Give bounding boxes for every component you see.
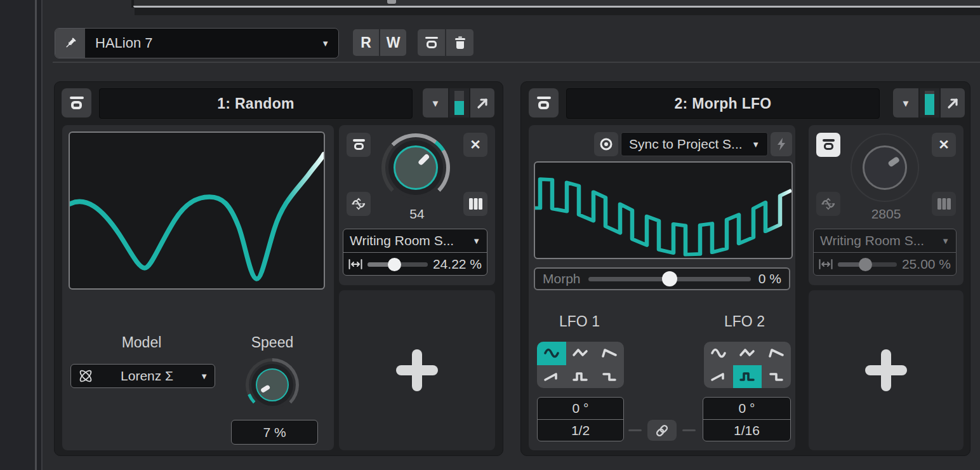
slot1-title-box: 1: Random <box>99 88 413 119</box>
lfo2-shape-pulse[interactable] <box>733 365 762 389</box>
sync-dropdown[interactable]: Sync to Project S... ▼ <box>621 132 768 156</box>
lfo2-shape-step[interactable] <box>762 365 791 389</box>
bypass-icon <box>537 97 551 110</box>
slot2-expand-button[interactable] <box>941 88 965 117</box>
slot2-menu-button[interactable]: ▼ <box>893 88 918 117</box>
lfo2-shape-sine[interactable] <box>704 342 733 365</box>
speed-knob[interactable] <box>246 358 299 412</box>
bypass-icon <box>70 97 84 110</box>
dest2-remove-button[interactable]: ✕ <box>932 133 956 157</box>
random-waveform <box>70 133 324 288</box>
slot1-menu-button[interactable]: ▼ <box>423 88 448 117</box>
panel-above-right <box>395 0 980 6</box>
range-icon <box>348 259 362 269</box>
slot1-expand-button[interactable] <box>470 88 494 117</box>
chevron-down-icon: ▼ <box>321 39 329 48</box>
keyboard-icon <box>468 198 483 210</box>
read-button[interactable]: R <box>353 29 379 56</box>
close-icon: ✕ <box>470 137 481 152</box>
modulator-slot-2: 2: Morph LFO ▼ Sync to Project S... ▼ <box>520 81 970 456</box>
dest2-amount[interactable]: 25.00 % <box>902 257 951 272</box>
retrigger-button[interactable] <box>771 132 792 156</box>
dest1-remove-button[interactable]: ✕ <box>463 133 487 157</box>
dest1-keyrange-button[interactable] <box>463 192 487 216</box>
bipolar-icon <box>821 197 836 211</box>
pin-button[interactable] <box>55 29 85 58</box>
lfo2-shape-saw-down[interactable] <box>762 342 791 365</box>
lfo-link-button[interactable] <box>647 420 677 441</box>
lfo1-shape-ramp-up[interactable] <box>537 365 566 389</box>
dest1-depth-slider[interactable] <box>368 262 428 267</box>
dest2-depth-slider[interactable] <box>838 262 897 267</box>
sync-value: Sync to Project S... <box>629 137 752 152</box>
lfo1-shape-sine[interactable] <box>537 342 566 365</box>
lfo2-shape-triangle[interactable] <box>733 342 762 365</box>
dest1-polarity-button[interactable] <box>347 192 371 216</box>
plugin-name: HALion 7 <box>95 35 321 51</box>
dest1-depth-knob[interactable] <box>381 133 450 202</box>
dest1-target-dropdown[interactable]: Writing Room S... ▼ <box>343 229 487 253</box>
sine-wave-icon <box>543 347 560 359</box>
lfo2-shape-ramp-up[interactable] <box>704 365 733 389</box>
lfo2-fields: 0 ° 1/16 <box>703 397 791 441</box>
dest2-depth-knob[interactable] <box>851 133 919 202</box>
bypass-all-button[interactable] <box>418 29 445 56</box>
dest2-polarity-button[interactable] <box>816 192 840 216</box>
bypass-trash-group <box>418 29 473 56</box>
plugin-selector-group: HALion 7 ▼ <box>55 28 339 58</box>
slot2-title-box: 2: Morph LFO <box>566 88 880 119</box>
lfo1-shape-saw-down[interactable] <box>595 342 624 365</box>
morph-waveform <box>535 163 791 258</box>
slot1-bypass-button[interactable] <box>62 88 91 117</box>
triangle-wave-icon <box>739 347 755 359</box>
lfo1-shape-step[interactable] <box>595 365 624 389</box>
chevron-down-icon: ▼ <box>941 236 950 246</box>
panel-gap-strip <box>135 8 980 15</box>
keyboard-icon <box>937 198 951 210</box>
dest2-bypass-button[interactable] <box>816 133 840 157</box>
morph-slider[interactable] <box>588 277 751 281</box>
dest1-bypass-button[interactable] <box>347 133 371 157</box>
lfo1-shape-pulse[interactable] <box>566 365 595 389</box>
slot1-content-panel: Model Lorenz Σ ▼ Speed 7 % <box>62 125 334 450</box>
dest2-keyrange-button[interactable] <box>932 192 956 216</box>
lfo1-label: LFO 1 <box>529 313 630 330</box>
chevron-down-icon: ▼ <box>472 236 480 246</box>
dest2-depth-row: 25.00 % <box>814 253 956 276</box>
write-button[interactable]: W <box>380 29 406 56</box>
lfo2-rate-field[interactable]: 1/16 <box>703 420 790 441</box>
slot2-content-panel: Sync to Project S... ▼ <box>529 125 795 450</box>
dest2-target-dropdown[interactable]: Writing Room S... ▼ <box>814 229 956 253</box>
lfo2-phase-field[interactable]: 0 ° <box>703 398 790 420</box>
sync-target-button[interactable] <box>594 132 618 156</box>
triangle-wave-icon <box>572 347 588 359</box>
model-label: Model <box>88 334 195 351</box>
sidebar-border-2 <box>41 0 43 470</box>
speed-value-field[interactable]: 7 % <box>231 420 318 445</box>
pulse-wave-icon <box>739 370 755 383</box>
lightning-icon <box>776 138 786 151</box>
left-sidebar <box>0 0 35 470</box>
plus-icon <box>865 349 907 391</box>
lfo1-rate-field[interactable]: 1/2 <box>538 420 623 441</box>
slot2-bypass-button[interactable] <box>529 88 559 117</box>
target-icon <box>599 137 613 151</box>
lfo1-phase-field[interactable]: 0 ° <box>538 398 623 420</box>
model-dropdown[interactable]: Lorenz Σ ▼ <box>70 364 215 388</box>
slot2-add-destination-panel[interactable] <box>809 290 963 450</box>
step-wave-icon <box>601 370 618 383</box>
trash-icon <box>454 36 467 49</box>
panel-above-handle[interactable] <box>387 0 396 4</box>
modulators-panel: HALion 7 ▼ R W <box>0 0 980 470</box>
link-icon <box>654 423 670 438</box>
plugin-dropdown[interactable]: HALion 7 ▼ <box>85 29 338 58</box>
lfo1-shape-selector <box>537 342 624 388</box>
lfo1-shape-triangle[interactable] <box>566 342 595 365</box>
dest1-amount[interactable]: 24.22 % <box>433 257 482 272</box>
morph-value[interactable]: 0 % <box>758 271 781 286</box>
close-icon: ✕ <box>938 137 950 152</box>
slot1-add-destination-panel[interactable] <box>339 290 495 450</box>
random-waveform-display <box>69 131 325 290</box>
link-dash-right <box>682 429 696 431</box>
delete-button[interactable] <box>446 29 473 56</box>
